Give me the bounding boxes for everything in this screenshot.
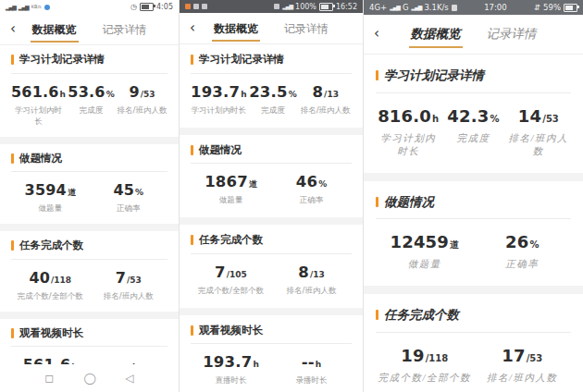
divider <box>191 253 352 254</box>
stat-section: 学习计划记录详情 193.7h 学习计划内时长 23.5% 完成度 8/13 排… <box>180 44 363 128</box>
stat-value: 7/105 <box>191 263 271 281</box>
tab-record-details[interactable]: 记录详情 <box>101 17 149 43</box>
stat-value: 12459道 <box>376 232 474 251</box>
section-title: 做题情况 <box>384 196 434 209</box>
section-header: 学习计划记录详情 <box>191 49 352 71</box>
stat-row: 816.0h 学习计划内时长 42.3% 完成度 14/53 排名/班内人数 <box>376 106 571 158</box>
stat-unit: /118 <box>51 276 71 285</box>
status-time: 16:52 <box>336 3 357 11</box>
section-header: 任务完成个数 <box>191 229 352 251</box>
divider <box>11 171 167 172</box>
stat-section: 学习计划记录详情 816.0h 学习计划内时长 42.3% 完成度 14/53 … <box>364 55 583 173</box>
tab-data-overview[interactable]: 数据概览 <box>31 17 79 43</box>
stat-section: 做题情况 1867道 做题量 46% 正确率 <box>180 135 363 218</box>
stat-label: 排名/班内人数 <box>117 105 167 116</box>
tab-data-overview[interactable]: 数据概览 <box>409 20 463 48</box>
stat-number: 53.6 <box>68 83 105 101</box>
back-button[interactable]: ‹ <box>374 27 379 41</box>
stat-number: 816.0 <box>378 106 431 126</box>
network-speed-indicator: 3.1K/s <box>424 3 448 12</box>
stat-value: 8/13 <box>271 263 352 281</box>
stat-item: 14/53 排名/班内人数 <box>506 106 571 158</box>
stat-label: 完成个数/全部个数 <box>11 291 90 302</box>
stat-row: 193.7h 学习计划内时长 23.5% 完成度 8/13 排名/班内人数 <box>191 83 352 116</box>
recents-button[interactable]: ◻ <box>44 373 54 384</box>
stat-item: 17/53 排名/班内人数 <box>474 346 572 385</box>
stat-number: 26 <box>505 232 528 251</box>
stat-number: 1867 <box>205 173 248 190</box>
stat-item: 42.3% 完成度 <box>440 106 505 158</box>
divider <box>376 332 571 333</box>
stat-value: 816.0h <box>376 106 440 126</box>
stat-number: 8 <box>298 263 309 281</box>
section-header: 做题情况 <box>11 148 167 170</box>
stat-value: 193.7h <box>191 353 271 371</box>
stat-number: 7 <box>116 269 126 287</box>
tab-record-details[interactable]: 记录详情 <box>485 20 539 48</box>
divider <box>11 259 167 260</box>
stat-number: 7 <box>215 263 226 281</box>
battery-icon <box>319 3 333 11</box>
tab-record-details[interactable]: 记录详情 <box>282 16 330 42</box>
stat-value: 26% <box>474 232 572 251</box>
stat-item: 1867道 做题量 <box>191 173 271 206</box>
stat-value: 9/53 <box>117 83 167 101</box>
home-button[interactable]: ◯ <box>83 373 95 384</box>
stat-item: --h 录播时长 <box>271 353 352 386</box>
stat-row: 3594道 做题量 45% 正确率 <box>11 181 167 214</box>
stat-row: 12459道 做题量 26% 正确率 <box>376 232 571 271</box>
stat-label: 排名/班内人数 <box>90 291 168 302</box>
sim-icon <box>452 5 457 11</box>
stat-sections: 学习计划记录详情 193.7h 学习计划内时长 23.5% 完成度 8/13 排… <box>180 44 363 392</box>
stat-unit: /105 <box>227 270 247 279</box>
stat-value: 19/118 <box>376 346 474 365</box>
stat-row: 7/105 完成个数/全部个数 8/13 排名/班内人数 <box>191 263 352 297</box>
tab-data-overview[interactable]: 数据概览 <box>212 16 260 42</box>
stat-number: 3594 <box>25 181 67 199</box>
stat-item: 12459道 做题量 <box>376 232 474 271</box>
divider <box>191 163 352 164</box>
stat-label: 完成度 <box>247 105 300 116</box>
section-title: 任务完成个数 <box>19 240 83 251</box>
stat-row: 561.6h 学习计划内时长 53.6% 完成度 9/53 排名/班内人数 <box>11 83 167 128</box>
stat-row: 193.7h 直播时长 --h 录播时长 <box>191 353 352 386</box>
back-button[interactable]: ‹ <box>190 20 195 34</box>
divider <box>376 218 571 219</box>
page-body: 学习计划记录详情 816.0h 学习计划内时长 42.3% 完成度 14/53 … <box>364 55 583 392</box>
stat-item: 46% 正确率 <box>271 173 352 206</box>
section-header: 任务完成个数 <box>11 235 167 257</box>
stat-section: 任务完成个数 7/105 完成个数/全部个数 8/13 排名/班内人数 <box>180 225 363 308</box>
stat-value: 561.6h <box>11 83 66 101</box>
page-header: ‹ 数据概览 记录详情 <box>364 15 583 55</box>
signal-icon: ▂▄▆ <box>6 5 16 10</box>
stat-value: 46% <box>271 173 352 190</box>
stat-label: 学习计划内时长 <box>376 132 440 158</box>
signal-icon: ▂▄▆ <box>390 5 400 10</box>
signal-icon: ▂▄▆ <box>412 5 422 10</box>
alarm-icon: ◷ <box>130 3 137 11</box>
stat-value: 561.6h <box>11 356 90 364</box>
stat-label: 完成个数/全部个数 <box>376 372 474 385</box>
section-title: 任务完成个数 <box>199 235 263 246</box>
page-body: 学习计划记录详情 193.7h 学习计划内时长 23.5% 完成度 8/13 排… <box>180 44 363 392</box>
stat-number: -- <box>302 353 315 371</box>
section-title: 任务完成个数 <box>384 309 459 322</box>
section-header: 任务完成个数 <box>376 301 571 329</box>
stat-label: 完成度 <box>440 132 505 145</box>
stat-label: 做题量 <box>191 195 271 206</box>
back-button[interactable]: ‹ <box>10 21 16 35</box>
stat-label: 做题量 <box>376 258 474 271</box>
section-title: 观看视频时长 <box>19 328 83 339</box>
section-title: 做题情况 <box>199 145 242 156</box>
stat-value: 17/53 <box>474 346 572 365</box>
stat-unit: h <box>253 360 258 369</box>
stat-item: 26% 正确率 <box>474 232 572 271</box>
stat-item: 816.0h 学习计划内时长 <box>376 106 440 158</box>
stat-value: 193.7h <box>191 83 247 101</box>
stat-label: 排名/班内人数 <box>299 105 352 116</box>
stat-value: --h <box>271 353 352 371</box>
stat-label: 直播时长 <box>191 375 271 386</box>
stat-unit: 道 <box>450 239 459 250</box>
stat-number: 193.7 <box>191 83 240 101</box>
nav-back-button[interactable]: ◁ <box>126 373 134 384</box>
